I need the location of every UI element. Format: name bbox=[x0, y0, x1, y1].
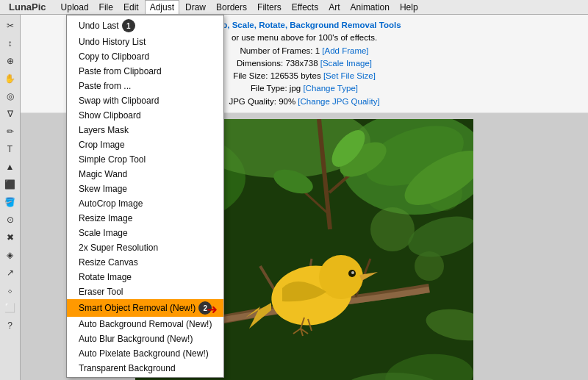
annotation-badge-1: 1 bbox=[122, 19, 135, 32]
help-tool[interactable]: ? bbox=[2, 318, 18, 334]
pencil-tool[interactable]: ✏ bbox=[2, 123, 18, 140]
dropdown-label-show-clipboard: Show Clipboard bbox=[79, 110, 141, 121]
dropdown-label-resize-image: Resize Image bbox=[79, 213, 132, 223]
fill-tool[interactable]: 🪣 bbox=[2, 194, 18, 210]
dropdown-item-swap-clipboard[interactable]: Swap with Clipboard bbox=[67, 93, 223, 108]
dropdown-label-auto-pixelate-bg: Auto Pixelate Background (New!) bbox=[79, 348, 209, 359]
dropdown-label-rotate-image: Rotate Image bbox=[79, 272, 132, 282]
add-frame-link[interactable]: [Add Frame] bbox=[322, 46, 368, 55]
scale-image-link[interactable]: [Scale Image] bbox=[320, 59, 372, 68]
change-quality-link[interactable]: [Change JPG Quality] bbox=[298, 97, 379, 106]
toolbar: ✂↕⊕✋◎∇✏T▲⬛🪣⊙✖◈↗⬦⬜? bbox=[0, 15, 21, 380]
menubar: LunaPic UploadFileEditAdjustDrawBordersF… bbox=[0, 0, 588, 15]
dropdown-item-skew-image[interactable]: Skew Image bbox=[67, 182, 223, 196]
dropdown-label-undo-last: Undo Last bbox=[79, 21, 119, 31]
dropdown-label-skew-image: Skew Image bbox=[79, 184, 127, 194]
dropdown-label-magic-wand: Magic Wand bbox=[79, 169, 127, 179]
resize-tool[interactable]: ↕ bbox=[2, 35, 18, 51]
dropdown-item-rotate-image[interactable]: Rotate Image bbox=[67, 270, 223, 284]
dropdown-label-autocrop-image: AutoCrop Image bbox=[79, 198, 143, 209]
menu-item-help[interactable]: Help bbox=[395, 1, 423, 14]
dropdown-label-simple-crop: Simple Crop Tool bbox=[79, 154, 146, 165]
svg-point-4 bbox=[370, 207, 415, 251]
dimensions-label: Dimensions: 738x738 bbox=[237, 59, 318, 68]
move-tool[interactable]: ↗ bbox=[2, 265, 18, 281]
circle-tool[interactable]: ◎ bbox=[2, 88, 18, 104]
dropdown-item-auto-bg-removal[interactable]: Auto Background Removal (New!) bbox=[67, 317, 223, 331]
change-type-link[interactable]: [Change Type] bbox=[303, 84, 358, 93]
dropdown-item-magic-wand[interactable]: Magic Wand bbox=[67, 167, 223, 182]
crop-tool[interactable]: ✂ bbox=[2, 18, 18, 34]
dropdown-label-smart-removal: Smart Object Removal (New!) bbox=[79, 303, 196, 313]
svg-point-13 bbox=[319, 255, 363, 299]
app-title: LunaPic bbox=[3, 0, 52, 14]
dropdown-item-paste-from[interactable]: Paste from ... bbox=[67, 79, 223, 93]
dropdown-label-undo-history: Undo History List bbox=[79, 37, 146, 47]
dropdown-item-auto-pixelate-bg[interactable]: Auto Pixelate Background (New!) bbox=[67, 346, 223, 361]
edit-dropdown-menu: Undo Last1Undo History ListCopy to Clipb… bbox=[66, 15, 224, 378]
menu-item-art[interactable]: Art bbox=[324, 1, 344, 14]
menu-item-animation[interactable]: Animation bbox=[346, 1, 394, 14]
dropdown-item-scale-image[interactable]: Scale Image bbox=[67, 226, 223, 240]
dropdown-item-smart-removal[interactable]: Smart Object Removal (New!)2➜ bbox=[67, 299, 223, 317]
filesize-label: File Size: 126535 bytes bbox=[233, 71, 321, 80]
svg-point-15 bbox=[351, 271, 354, 274]
dropdown-label-auto-blur-bg: Auto Blur Background (New!) bbox=[79, 334, 193, 344]
eraser-icon[interactable]: ✖ bbox=[2, 229, 18, 245]
menu-item-edit[interactable]: Edit bbox=[119, 1, 143, 14]
dropdown-label-copy-clipboard: Copy to Clipboard bbox=[79, 51, 149, 62]
dropdown-item-eraser-tool[interactable]: Eraser Tool bbox=[67, 284, 223, 299]
dropdown-item-resize-canvas[interactable]: Resize Canvas bbox=[67, 255, 223, 270]
triangle-tool[interactable]: ∇ bbox=[2, 106, 18, 122]
frames-label: Number of Frames: 1 bbox=[240, 46, 320, 55]
set-filesize-link[interactable]: [Set File Size] bbox=[323, 71, 376, 80]
menu-item-effects[interactable]: Effects bbox=[287, 1, 323, 14]
dropdown-item-crop-image[interactable]: Crop Image bbox=[67, 137, 223, 152]
dropdown-item-undo-last[interactable]: Undo Last1 bbox=[67, 17, 223, 35]
dropdown-label-super-resolution: 2x Super Resolution bbox=[79, 243, 158, 253]
filetype-label: File Type: jpg bbox=[251, 84, 301, 93]
dropdown-item-simple-crop[interactable]: Simple Crop Tool bbox=[67, 152, 223, 167]
rect2-tool[interactable]: ⬜ bbox=[2, 300, 18, 316]
dropdown-item-super-resolution[interactable]: 2x Super Resolution bbox=[67, 240, 223, 255]
menu-item-draw[interactable]: Draw bbox=[181, 1, 210, 14]
dropdown-item-show-clipboard[interactable]: Show Clipboard bbox=[67, 108, 223, 123]
tools-title-link[interactable]: Crop, Scale, Rotate, Background Removal … bbox=[207, 21, 401, 29]
menu-item-upload[interactable]: Upload bbox=[57, 1, 93, 14]
dropdown-item-copy-clipboard[interactable]: Copy to Clipboard bbox=[67, 49, 223, 64]
dropdown-label-auto-bg-removal: Auto Background Removal (New!) bbox=[79, 319, 212, 329]
dropdown-label-resize-canvas: Resize Canvas bbox=[79, 257, 138, 268]
dropdown-item-auto-blur-bg[interactable]: Auto Blur Background (New!) bbox=[67, 331, 223, 346]
dropdown-label-swap-clipboard: Swap with Clipboard bbox=[79, 96, 159, 106]
menu-item-borders[interactable]: Borders bbox=[212, 1, 251, 14]
dropdown-label-paste-clipboard: Paste from Clipboard bbox=[79, 66, 162, 76]
dropdown-label-paste-from: Paste from ... bbox=[79, 81, 131, 91]
dropdown-label-scale-image: Scale Image bbox=[79, 228, 128, 238]
dropdown-item-paste-clipboard[interactable]: Paste from Clipboard bbox=[67, 64, 223, 79]
rect-tool[interactable]: ⬛ bbox=[2, 176, 18, 193]
zoom-tool[interactable]: ⊕ bbox=[2, 53, 18, 69]
dropdown-item-layers-mask[interactable]: Layers Mask bbox=[67, 123, 223, 137]
dropdown-item-resize-image[interactable]: Resize Image bbox=[67, 211, 223, 226]
annotation-badge-2: 2 bbox=[198, 301, 212, 315]
dropdown-label-transparent-bg: Transparent Background bbox=[79, 363, 176, 373]
select-tool[interactable]: ◈ bbox=[2, 247, 18, 263]
quality-label: JPG Quality: 90% bbox=[229, 97, 295, 106]
menu-item-file[interactable]: File bbox=[95, 1, 118, 14]
dropdown-item-undo-history[interactable]: Undo History List bbox=[67, 35, 223, 49]
eye-tool[interactable]: ⊙ bbox=[2, 212, 18, 228]
menu-item-filters[interactable]: Filters bbox=[253, 1, 286, 14]
dropdown-item-autocrop-image[interactable]: AutoCrop Image bbox=[67, 196, 223, 211]
dropdown-label-layers-mask: Layers Mask bbox=[79, 125, 129, 135]
dropdown-label-crop-image: Crop Image bbox=[79, 140, 125, 150]
dropdown-label-eraser-tool: Eraser Tool bbox=[79, 287, 123, 297]
dropdown-item-transparent-bg[interactable]: Transparent Background bbox=[67, 361, 223, 376]
arrow-tool[interactable]: ▲ bbox=[2, 159, 18, 175]
menu-item-adjust[interactable]: Adjust bbox=[145, 0, 179, 14]
shape-tool[interactable]: ⬦ bbox=[2, 282, 18, 298]
text-tool[interactable]: T bbox=[2, 141, 18, 157]
hand-tool[interactable]: ✋ bbox=[2, 71, 18, 87]
